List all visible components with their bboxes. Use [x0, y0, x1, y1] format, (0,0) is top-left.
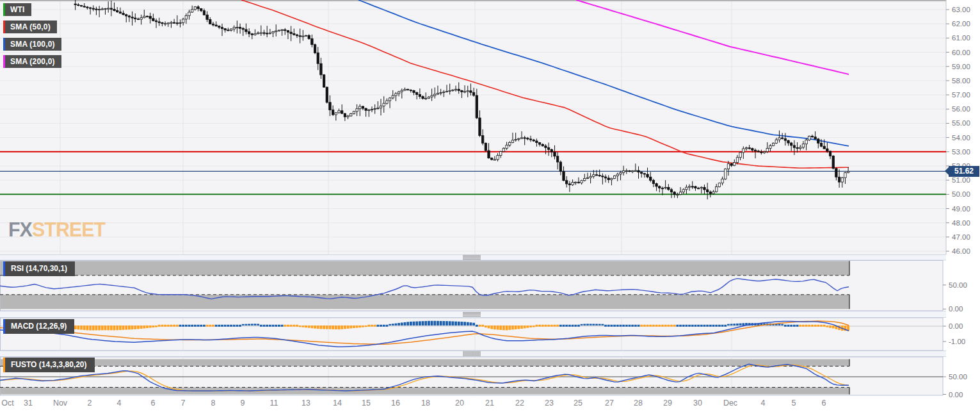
candle-body — [188, 12, 190, 15]
fusto-panel: 50.000.00 — [0, 357, 967, 399]
price-label-value: 51.62 — [954, 167, 974, 176]
time-scale[interactable]: Oct31Nov24678911131415161820212223252728… — [1, 399, 826, 408]
macd-indicator-label[interactable]: MACD (12,26,9) — [3, 319, 74, 334]
candle-body — [590, 176, 591, 177]
histogram-bar — [380, 325, 382, 327]
histogram-bar — [736, 324, 739, 325]
candle-body — [677, 195, 679, 195]
candle-body — [844, 172, 846, 177]
candle-body — [353, 111, 355, 114]
candle-body — [377, 108, 379, 108]
histogram-bar — [341, 325, 343, 329]
candle-body — [440, 92, 442, 93]
candle-body — [754, 150, 756, 151]
y-axis-label: 50.00 — [949, 281, 967, 289]
histogram-bar — [290, 325, 293, 327]
histogram-bar — [658, 325, 661, 327]
histogram-bar — [284, 325, 286, 327]
x-axis-label: 15 — [362, 399, 371, 408]
histogram-bar — [470, 322, 472, 325]
candle-body — [643, 174, 645, 174]
histogram-bar — [347, 325, 349, 329]
candle-body — [383, 103, 385, 106]
price-scale[interactable]: 63.0062.0061.0060.0059.0058.0057.0056.00… — [946, 6, 970, 255]
candle-body — [263, 33, 265, 33]
histogram-bar — [799, 325, 801, 327]
candle-body — [92, 8, 94, 9]
candle-body — [575, 182, 577, 183]
candle-body — [697, 188, 699, 189]
candle-body — [826, 149, 828, 151]
candle-body — [140, 18, 142, 19]
histogram-bar — [721, 325, 724, 327]
x-axis-label: 13 — [301, 399, 310, 408]
candle-body — [595, 175, 597, 176]
legend-item-sma200[interactable]: SMA (200,0) — [3, 55, 61, 68]
x-axis-label: 8 — [211, 399, 216, 408]
candle-body — [230, 29, 232, 30]
candle-body — [730, 164, 732, 166]
x-axis-label: 21 — [485, 399, 494, 408]
histogram-bar — [533, 325, 535, 327]
histogram-bar — [661, 325, 664, 327]
candle-body — [766, 149, 768, 152]
candle-body — [413, 90, 415, 92]
fusto-indicator-label[interactable]: FUSTO (14,3,3,80,20) — [3, 358, 95, 372]
histogram-bar — [515, 325, 517, 329]
candle-body — [449, 90, 451, 91]
candle-body — [218, 26, 220, 28]
histogram-bar — [529, 325, 532, 327]
histogram-bar — [497, 325, 499, 330]
candle-body — [757, 151, 759, 152]
histogram-bar — [536, 325, 538, 327]
histogram-bar — [191, 325, 193, 327]
histogram-bar — [113, 325, 116, 330]
separator-macd-fusto — [0, 351, 946, 357]
candle-body — [611, 178, 613, 179]
candle-body — [281, 29, 283, 30]
histogram-bar — [119, 325, 122, 330]
histogram-bar — [647, 325, 649, 327]
rsi-indicator-label[interactable]: RSI (14,70,30,1) — [3, 261, 75, 276]
histogram-bar — [404, 322, 406, 325]
candle-body — [104, 8, 106, 9]
x-axis-label: 31 — [24, 399, 33, 408]
candle-body — [524, 138, 526, 138]
separator-main-rsi — [0, 255, 946, 261]
histogram-bar — [461, 322, 463, 325]
histogram-bar — [574, 325, 577, 327]
candle-body — [221, 28, 223, 29]
candle-body — [736, 158, 738, 163]
legend-item-sma50[interactable]: SMA (50,0) — [3, 21, 57, 33]
candle-body — [668, 187, 670, 189]
histogram-bar — [823, 325, 826, 327]
histogram-bar — [640, 325, 643, 327]
histogram-bar — [263, 325, 266, 327]
histogram-bar — [131, 325, 134, 329]
histogram-bar — [406, 322, 409, 325]
candle-body — [769, 145, 771, 148]
candle-body — [572, 183, 574, 185]
legend-item-sma100[interactable]: SMA (100,0) — [3, 38, 61, 51]
candle-body — [392, 95, 394, 98]
histogram-bar — [386, 325, 389, 327]
histogram-bar — [805, 325, 808, 327]
histogram-bar — [607, 325, 610, 327]
x-axis-label: Nov — [53, 399, 68, 408]
candle-body — [431, 95, 433, 97]
candle-body — [137, 19, 139, 19]
candle-body — [404, 89, 406, 90]
candle-body — [470, 91, 472, 93]
legend-item-wti[interactable]: WTI — [3, 3, 31, 16]
histogram-bar — [730, 324, 733, 325]
chart-canvas[interactable]: 63.0062.0061.0060.0059.0058.0057.0056.00… — [0, 0, 980, 412]
trading-chart-window: 63.0062.0061.0060.0059.0058.0057.0056.00… — [0, 0, 980, 412]
candle-body — [536, 141, 538, 143]
histogram-bar — [134, 325, 136, 329]
candle-body — [458, 89, 460, 90]
histogram-bar — [631, 325, 634, 327]
candle-body — [128, 16, 130, 17]
candle-body — [143, 16, 145, 17]
histogram-bar — [233, 325, 236, 327]
histogram-bar — [260, 325, 262, 327]
